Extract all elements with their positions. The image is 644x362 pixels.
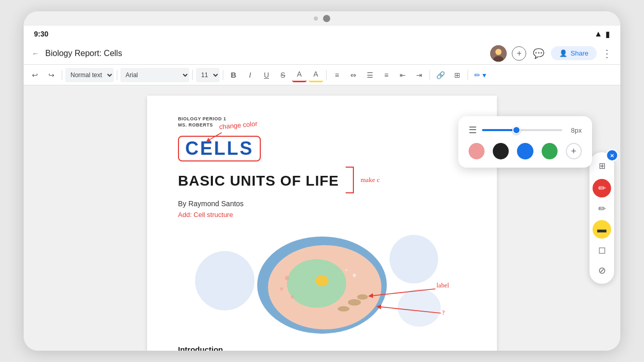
text-color-button[interactable]: A (292, 68, 307, 82)
svg-point-3 (195, 251, 255, 311)
divider-3 (192, 70, 193, 80)
camera-dot-large (323, 15, 330, 22)
comment-button[interactable]: 💬 (531, 46, 546, 61)
toolbar-right: + 💬 👤 Share ⋮ (490, 45, 612, 62)
divider-7 (468, 70, 468, 80)
highlight-icon: ▬ (597, 224, 606, 235)
plus-icon: + (571, 146, 577, 157)
introduction-section: Introduction Cells are the building bloc… (178, 345, 466, 351)
indent-left-button[interactable]: ⇤ (396, 68, 410, 82)
camera-bar (24, 11, 620, 26)
cell-diagram: label ? (178, 227, 466, 335)
share-label: Share (570, 49, 588, 57)
main-content: BIOLOGY PERIOD 1 MS. ROBERTS change colo… (24, 85, 620, 351)
add-color-button[interactable]: + (566, 143, 582, 159)
bold-button[interactable]: B (226, 68, 241, 82)
toolbar-left: ← Biology Report: Cells (32, 49, 122, 58)
back-arrow-icon: ← (32, 49, 39, 58)
divider-6 (430, 70, 430, 80)
divider-5 (326, 70, 327, 80)
close-icon: × (610, 152, 614, 159)
plus-icon: + (517, 49, 522, 58)
divider-4 (223, 70, 223, 80)
hide-annotations-button[interactable]: ⊘ (593, 261, 611, 280)
brush-size-icon: ☰ (469, 124, 477, 136)
svg-point-11 (357, 294, 368, 300)
font-select[interactable]: Arial Times New Roman (120, 68, 189, 82)
spacing-button[interactable]: ⇔ (346, 68, 361, 82)
size-row: ☰ 8px (469, 124, 582, 136)
introduction-title: Introduction (178, 345, 223, 351)
more-icon: ⋮ (602, 48, 612, 59)
italic-button[interactable]: I (243, 68, 257, 82)
avatar (490, 45, 507, 62)
annotation-add: Add: Cell structure (178, 211, 466, 219)
color-swatch-red[interactable] (469, 143, 485, 159)
size-slider-thumb (512, 126, 521, 134)
svg-point-17 (345, 269, 347, 271)
pen-icon: ✏ (598, 203, 606, 214)
font-size-select[interactable]: 11 10 12 14 (196, 68, 220, 82)
doc-title: Biology Report: Cells (45, 49, 122, 58)
svg-point-1 (495, 49, 502, 55)
status-time: 9:30 (34, 30, 48, 38)
undo-button[interactable]: ↩ (28, 68, 42, 82)
color-swatch-black[interactable] (493, 143, 509, 159)
eraser-button[interactable]: ◻ (593, 241, 611, 259)
annotation-make: make c (361, 176, 380, 184)
eraser-icon: ◻ (598, 244, 606, 256)
undo-icon: ↩ (32, 71, 38, 79)
more-options-button[interactable]: ⋮ (602, 47, 612, 60)
redo-button[interactable]: ↪ (44, 68, 59, 82)
grid-icon: ⊞ (599, 161, 605, 171)
pen-active-icon: ✏ (598, 183, 606, 194)
pen-tool-button[interactable]: ✏ ▾ (471, 68, 489, 82)
link-button[interactable]: 🔗 (433, 68, 448, 82)
share-button[interactable]: 👤 Share (551, 46, 597, 60)
numbered-button[interactable]: ≡ (379, 68, 393, 82)
annotation-toolbar: ⊞ × ✏ ✏ ▬ ◻ ⊘ (589, 152, 614, 284)
indent-right-button[interactable]: ⇥ (412, 68, 426, 82)
close-annotation-button[interactable]: × (606, 149, 618, 161)
svg-point-14 (280, 287, 283, 291)
align-button[interactable]: ≡ (330, 68, 344, 82)
color-picker-popup: ☰ 8px + (458, 116, 592, 168)
share-icon: 👤 (559, 49, 567, 57)
pen-button[interactable]: ✏ (593, 200, 611, 218)
tablet-frame: 9:30 ▲ ▮ ← Biology Report: Cells + (24, 11, 620, 351)
svg-point-9 (315, 276, 328, 286)
add-people-button[interactable]: + (512, 46, 526, 61)
svg-point-4 (389, 235, 438, 284)
svg-point-12 (337, 306, 349, 312)
svg-point-10 (348, 299, 361, 306)
pen-active-button[interactable]: ✏ (593, 179, 611, 197)
svg-point-5 (398, 289, 441, 327)
back-button[interactable]: ← (32, 49, 39, 58)
camera-dot-small (314, 16, 318, 21)
doc-subtitle: BASIC UNITS OF LIFE (178, 173, 339, 189)
svg-point-15 (291, 295, 294, 298)
strikethrough-button[interactable]: S (276, 68, 290, 82)
doc-meta-line1: BIOLOGY PERIOD 1 (178, 116, 466, 121)
color-swatch-blue[interactable] (517, 143, 533, 159)
svg-point-16 (353, 274, 356, 277)
text-style-select[interactable]: Normal text Heading 1 Heading 2 (65, 68, 114, 82)
highlight-button[interactable]: ▬ (593, 220, 611, 239)
size-value-label: 8px (567, 126, 582, 134)
svg-point-13 (285, 276, 289, 280)
color-swatches-row: + (469, 143, 582, 159)
highlight-button[interactable]: A (309, 68, 323, 82)
status-bar: 9:30 ▲ ▮ (24, 26, 620, 42)
divider-1 (62, 70, 62, 80)
color-swatch-green[interactable] (542, 143, 558, 159)
bullets-button[interactable]: ☰ (363, 68, 377, 82)
underline-button[interactable]: U (259, 68, 274, 82)
insert-table-button[interactable]: ⊞ (450, 68, 464, 82)
hide-icon: ⊘ (598, 265, 606, 276)
cells-wrapper: change color CELLS (178, 136, 466, 195)
svg-text:label: label (437, 282, 450, 289)
wifi-icon: ▲ (594, 29, 602, 39)
size-slider-track[interactable] (482, 129, 562, 131)
doc-page: BIOLOGY PERIOD 1 MS. ROBERTS change colo… (147, 96, 497, 351)
battery-icon: ▮ (605, 29, 610, 39)
